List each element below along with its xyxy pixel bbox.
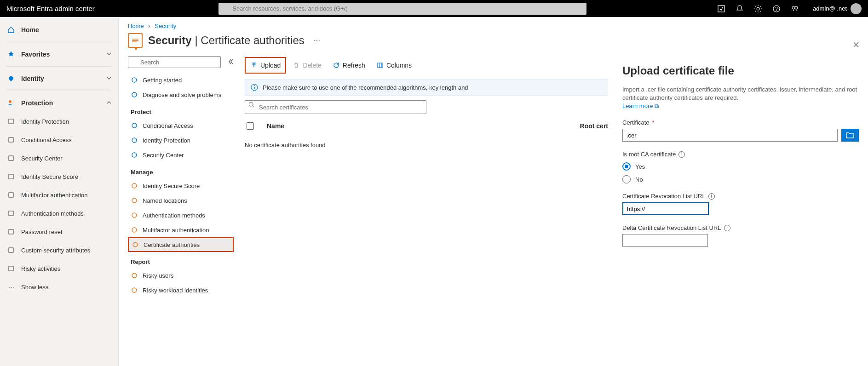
sidebar-item[interactable]: Multifactor authentication xyxy=(0,186,118,204)
sidebar-label: Show less xyxy=(21,284,48,291)
brand-label: Microsoft Entra admin center xyxy=(6,5,95,12)
breadcrumb: Home › Security xyxy=(119,17,868,32)
midnav-item[interactable]: Conditional Access xyxy=(128,118,234,133)
crl-label: Certificate Revocation List URL xyxy=(622,193,706,200)
columns-button[interactable]: Columns xyxy=(372,58,416,73)
sidebar-item[interactable]: Password reset xyxy=(0,223,118,241)
sidebar-item[interactable]: Conditional Access xyxy=(0,131,118,149)
sidebar-item[interactable]: Identity Protection xyxy=(0,112,118,131)
browse-button[interactable] xyxy=(841,129,859,142)
flyout-desc: Import a .cer file containing certificat… xyxy=(622,86,859,102)
refresh-icon xyxy=(333,62,340,69)
item-icon xyxy=(131,137,138,144)
sidebar-item[interactable]: Custom security attributes xyxy=(0,241,118,259)
breadcrumb-security[interactable]: Security xyxy=(155,23,176,29)
info-icon[interactable]: i xyxy=(708,193,715,200)
midnav-label: Security Center xyxy=(143,152,184,159)
sidebar-label: Custom security attributes xyxy=(21,247,90,254)
copilot-icon[interactable] xyxy=(717,5,725,13)
item-icon xyxy=(6,190,16,200)
midnav-item[interactable]: Getting started xyxy=(128,73,234,87)
svg-point-28 xyxy=(132,183,137,188)
midnav-item[interactable]: Risky workload identities xyxy=(128,283,234,297)
midnav-item[interactable]: Multifactor authentication xyxy=(128,223,234,237)
settings-icon[interactable] xyxy=(754,5,762,13)
midnav-item[interactable]: Risky users xyxy=(128,268,234,283)
feedback-icon[interactable] xyxy=(791,5,799,13)
security-badge-icon xyxy=(128,33,143,48)
info-icon[interactable]: i xyxy=(678,151,685,158)
chevron-down-icon xyxy=(106,51,112,58)
midnav-item[interactable]: Security Center xyxy=(128,148,234,162)
midnav-label: Identity Secure Score xyxy=(143,183,200,189)
sidebar-item[interactable]: Identity Secure Score xyxy=(0,167,118,186)
column-name[interactable]: Name xyxy=(267,122,573,130)
button-label: Upload xyxy=(260,62,281,69)
delete-button: Delete xyxy=(288,58,326,73)
midnav-item[interactable]: Identity Secure Score xyxy=(128,178,234,193)
item-icon xyxy=(131,91,138,98)
radio-no-label: No xyxy=(635,176,643,183)
more-icon[interactable]: ⋯ xyxy=(314,37,320,44)
sidebar-favorites[interactable]: Favorites xyxy=(0,45,118,63)
radio-no[interactable] xyxy=(622,175,631,183)
sidebar-home[interactable]: Home xyxy=(0,21,118,39)
radio-yes[interactable] xyxy=(622,162,631,171)
sidebar-item[interactable]: Security Center xyxy=(0,149,118,167)
learn-more-link[interactable]: Learn more⧉ xyxy=(622,103,659,109)
midnav-label: Named locations xyxy=(143,197,187,204)
item-icon xyxy=(131,151,138,159)
svg-point-41 xyxy=(249,102,253,106)
notifications-icon[interactable] xyxy=(736,5,744,13)
sidebar-show-less[interactable]: ⋯ Show less xyxy=(0,278,118,296)
avatar xyxy=(851,3,862,14)
sidebar-protection[interactable]: Protection xyxy=(0,94,118,112)
svg-rect-11 xyxy=(9,156,13,160)
select-all-checkbox[interactable] xyxy=(247,122,254,130)
item-icon xyxy=(6,246,16,255)
sidebar-item[interactable]: Authentication methods xyxy=(0,204,118,223)
midnav-label: Multifactor authentication xyxy=(143,227,209,234)
cert-label: Certificate xyxy=(622,119,650,126)
delta-input[interactable] xyxy=(622,234,708,247)
midnav-item[interactable]: Certificate authorities xyxy=(128,237,234,252)
identity-icon xyxy=(6,74,16,83)
help-icon[interactable]: ? xyxy=(772,5,781,13)
info-bar: Please make sure to use one of the recom… xyxy=(245,79,608,96)
svg-point-30 xyxy=(132,213,137,217)
sidebar-identity[interactable]: Identity xyxy=(0,69,118,88)
svg-point-31 xyxy=(132,228,137,232)
svg-point-25 xyxy=(132,123,137,128)
info-text: Please make sure to use one of the recom… xyxy=(263,84,468,91)
sidebar-label: Protection xyxy=(21,99,53,107)
sidebar-label: Identity xyxy=(21,75,44,82)
flyout-title: Upload certificate file xyxy=(622,64,859,77)
home-icon xyxy=(6,25,16,34)
info-icon[interactable]: i xyxy=(724,225,730,231)
midnav-item[interactable]: Diagnose and solve problems xyxy=(128,87,234,102)
svg-point-32 xyxy=(133,242,138,247)
svg-rect-9 xyxy=(9,119,13,124)
refresh-button[interactable]: Refresh xyxy=(328,58,370,73)
sidebar-item[interactable]: Risky activities xyxy=(0,259,118,278)
collapse-icon[interactable] xyxy=(227,58,234,66)
sidebar-label: Password reset xyxy=(21,229,63,235)
account-menu[interactable]: admin@ .net xyxy=(813,3,862,14)
breadcrumb-home[interactable]: Home xyxy=(128,23,144,29)
midnav-item[interactable]: Named locations xyxy=(128,193,234,208)
global-search-input[interactable] xyxy=(218,3,586,15)
ellipsis-icon: ⋯ xyxy=(6,282,16,292)
cert-search-input[interactable] xyxy=(245,100,426,114)
svg-rect-17 xyxy=(9,266,13,271)
midnav-item[interactable]: Authentication methods xyxy=(128,208,234,223)
midnav-label: Diagnose and solve problems xyxy=(143,92,221,98)
column-root[interactable]: Root cert xyxy=(580,122,608,130)
upload-button[interactable]: Upload xyxy=(246,58,285,73)
star-icon xyxy=(6,50,16,59)
cert-file-input[interactable] xyxy=(622,129,838,142)
svg-rect-2 xyxy=(718,6,724,12)
midnav-item[interactable]: Identity Protection xyxy=(128,133,234,148)
midnav-search-input[interactable] xyxy=(128,56,221,68)
crl-input[interactable] xyxy=(622,202,709,215)
svg-point-40 xyxy=(254,86,255,86)
